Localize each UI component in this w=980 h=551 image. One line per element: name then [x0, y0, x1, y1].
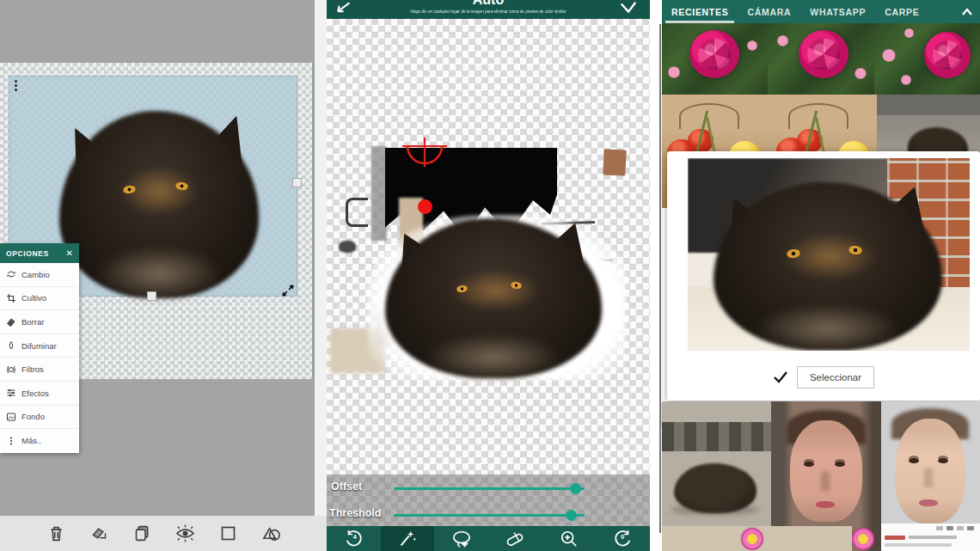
tap-point-red-dot	[418, 199, 432, 214]
menu-item-efectos[interactable]: Efectos	[0, 382, 79, 406]
tab-carpetas[interactable]: CARPE	[875, 0, 928, 23]
menu-item-cambio[interactable]: Cambio	[0, 263, 79, 287]
offset-slider-label: Offset	[331, 481, 362, 493]
effects-icon	[6, 388, 16, 398]
preview-photo	[688, 158, 970, 351]
auto-erase-panel: Auto Haga clic en cualquier lugar de la …	[327, 0, 650, 551]
zoom-in-icon[interactable]	[542, 526, 597, 551]
selection-resize-handle-bottom[interactable]	[147, 291, 156, 301]
tab-recientes[interactable]: RECIENTES	[662, 0, 738, 23]
magic-wand-icon[interactable]	[381, 526, 435, 551]
eraser-icon	[6, 316, 16, 327]
sticker-logo	[741, 528, 763, 550]
editor-bottom-toolbar	[0, 516, 327, 551]
crop-icon	[6, 293, 16, 303]
preview-card: Seleccionar	[667, 151, 980, 401]
offset-slider-thumb[interactable]	[570, 483, 581, 494]
filters-icon	[6, 364, 16, 375]
cat-ear	[200, 109, 257, 169]
tab-camara[interactable]: CÁMARA	[738, 0, 800, 23]
menu-item-fondo[interactable]: Fondo	[0, 406, 79, 430]
white-blanket-blob	[368, 215, 626, 380]
cat-eye	[175, 181, 188, 191]
offset-slider-track[interactable]	[394, 487, 585, 490]
threshold-slider-track[interactable]	[394, 514, 585, 517]
menu-item-label: Difuminar	[21, 341, 57, 351]
menu-item-cultivo[interactable]: Cultivo	[0, 287, 79, 311]
auto-title: Auto	[327, 0, 650, 8]
resize-diagonal-icon[interactable]	[281, 284, 295, 297]
panel-divider	[659, 24, 661, 533]
eraser-icon[interactable]	[488, 526, 542, 551]
cat-eye	[123, 185, 137, 194]
shapes-icon[interactable]	[260, 523, 281, 544]
photo-remnant	[371, 146, 387, 241]
options-menu: OPCIONES ✕ Cambio Cultivo Borrar Difumin…	[0, 243, 79, 453]
photo-remnant-scribble	[346, 198, 368, 227]
cat-photo	[59, 111, 259, 298]
selection-resize-handle-right[interactable]	[292, 178, 302, 187]
check-icon	[773, 371, 788, 383]
frame-icon[interactable]	[217, 523, 238, 544]
cat-chest	[95, 246, 224, 302]
menu-item-difuminar[interactable]: Difuminar	[0, 334, 79, 358]
menu-item-label: Más..	[21, 436, 41, 445]
swap-hand-icon	[6, 269, 16, 279]
menu-item-label: Cultivo	[21, 293, 46, 303]
editor-panel: OPCIONES ✕ Cambio Cultivo Borrar Difumin…	[0, 0, 327, 551]
auto-canvas[interactable]	[327, 19, 650, 551]
gallery-thumb-portrait[interactable]	[881, 401, 980, 551]
more-dots-icon	[6, 436, 16, 446]
tab-whatsapp[interactable]: WHATSAPP	[800, 0, 875, 23]
select-row: Seleccionar	[667, 366, 980, 389]
threshold-slider-label: Threshold	[329, 507, 381, 519]
trash-icon[interactable]	[46, 523, 66, 544]
auto-toolbar: 4 0	[327, 526, 650, 551]
menu-item-label: Borrar	[21, 317, 44, 327]
threshold-slider-thumb[interactable]	[566, 510, 577, 521]
menu-item-mas[interactable]: Más..	[0, 429, 79, 453]
chevron-up-icon[interactable]	[961, 7, 980, 17]
options-menu-title: OPCIONES	[6, 249, 49, 258]
selection-menu-handle[interactable]	[15, 80, 17, 91]
gallery-tab-bar: RECIENTES CÁMARA WHATSAPP CARPE	[662, 0, 980, 23]
eye-icon[interactable]	[175, 523, 195, 544]
caption-area	[881, 523, 980, 551]
gallery-panel: RECIENTES CÁMARA WHATSAPP CARPE	[662, 0, 980, 551]
menu-item-label: Efectos	[21, 389, 49, 398]
brick-wall	[887, 158, 970, 296]
select-button[interactable]: Seleccionar	[797, 366, 874, 389]
undo-icon[interactable]: 4	[327, 526, 381, 551]
photo-remnant-box	[603, 149, 627, 175]
screenshot-root: OPCIONES ✕ Cambio Cultivo Borrar Difumin…	[0, 0, 980, 551]
redo-count-badge: 0	[621, 534, 624, 540]
lasso-icon[interactable]	[434, 526, 488, 551]
gallery-thumb-roses[interactable]	[662, 23, 768, 95]
photo-remnant-speck	[339, 241, 356, 253]
options-menu-header: OPCIONES ✕	[0, 243, 79, 263]
slider-overlay: Offset Threshold	[327, 474, 650, 526]
cat-ear	[55, 119, 116, 181]
menu-item-filtros[interactable]: Filtros	[0, 358, 79, 382]
cat-fur	[59, 111, 259, 298]
sticker-logo	[852, 528, 874, 550]
gallery-thumb-cat-lying[interactable]	[662, 401, 771, 551]
menu-item-label: Filtros	[21, 364, 44, 374]
gallery-thumb-portrait[interactable]	[771, 401, 881, 551]
redo-icon[interactable]: 0	[596, 526, 650, 551]
blur-drop-icon	[6, 340, 16, 351]
menu-item-borrar[interactable]: Borrar	[0, 310, 79, 334]
photo-background	[688, 158, 894, 253]
background-icon	[6, 412, 16, 422]
undo-count-badge: 4	[353, 534, 357, 540]
flip-icon[interactable]	[89, 523, 109, 544]
target-crosshair-icon	[402, 138, 447, 170]
gallery-thumb-roses[interactable]	[874, 23, 980, 95]
close-icon[interactable]: ✕	[66, 248, 73, 258]
auto-header: Auto Haga clic en cualquier lugar de la …	[327, 0, 650, 19]
cat-face-patch	[119, 167, 199, 216]
gallery-thumb-roses[interactable]	[768, 23, 874, 95]
copy-icon[interactable]	[132, 523, 152, 544]
confirm-check-icon[interactable]	[619, 0, 638, 17]
auto-subtitle: Haga clic en cualquier lugar de la image…	[403, 9, 573, 14]
